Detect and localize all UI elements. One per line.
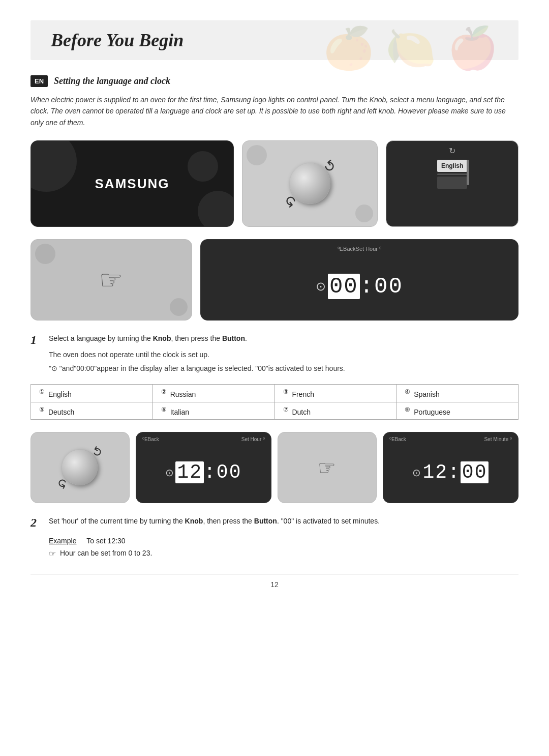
step-1-sub2: "⊙ "and"00:00"appear in the display afte… — [49, 363, 518, 374]
step-2-row: 2 Set 'hour' of the current time by turn… — [30, 515, 518, 529]
section-heading-row: EN Setting the language and clock — [30, 75, 518, 87]
header-decoration: 🍊 🍋 🍎 — [323, 24, 498, 72]
image-row-2: ☞ ⁰EBack Set Hour ⁰ ⊙ 00:00 — [30, 239, 518, 321]
page-number: 12 — [270, 580, 279, 589]
step-1-row: 1 Select a language by turning the Knob,… — [30, 333, 518, 346]
note-row: ☞ Hour can be set from 0 to 23. — [49, 549, 518, 559]
clock3-back: ⁰EBack — [389, 437, 406, 442]
clock2-back: ⁰EBack — [142, 437, 159, 442]
clock-sethour-label-1: Set Hour ⁰ — [356, 246, 381, 252]
touch-hand-icon: ☞ — [99, 265, 123, 295]
step-1-sub1: The oven does not operate until the cloc… — [49, 349, 518, 360]
example-block: Example To set 12:30 — [49, 537, 518, 545]
touch-panel-1: ☞ — [30, 239, 192, 321]
lang-item-2 — [437, 177, 467, 189]
clock-symbol-1: ⊙ — [316, 279, 326, 294]
lang-cell-russian: ② Russian — [152, 384, 274, 402]
clock2-sethour: Set Hour ⁰ — [241, 437, 265, 442]
clock-time-3: 12:00 — [422, 461, 489, 483]
page-container: Before You Begin 🍊 🍋 🍎 EN Setting the la… — [0, 0, 549, 619]
clock-time-1: 00:00 — [328, 274, 403, 299]
example-label: Example — [49, 537, 76, 545]
lang-cell-spanish: ④ Spanish — [396, 384, 518, 402]
clock-back-label-1: ⁰EBack — [338, 246, 356, 252]
clock-hour-highlighted-1: 00 — [328, 274, 360, 299]
step-1-number: 1 — [30, 334, 43, 346]
section-title: Setting the language and clock — [54, 76, 170, 86]
clock-sym-2: ⊙ — [165, 467, 174, 479]
clock-panel-1: ⁰EBack Set Hour ⁰ ⊙ 00:00 — [200, 239, 518, 321]
knob-panel-1: ↺ ↺ — [242, 140, 378, 227]
samsung-logo-panel: SAMSUNG — [30, 140, 234, 227]
step-1-text: Select a language by turning the Knob, t… — [49, 333, 247, 344]
clock-hour-hl-2: 12 — [175, 461, 204, 483]
lang-select-panel: ↻ English — [386, 140, 518, 227]
lang-cell-italian: ⑥ Italian — [152, 402, 274, 420]
knob-circle-2 — [62, 450, 98, 485]
clock-display-1: ⊙ 00:00 — [316, 258, 403, 314]
knob-panel-2: ↺ ↺ — [30, 432, 130, 503]
clock-panel-2: ⁰EBack Set Hour ⁰ ⊙ 12:00 — [136, 432, 271, 503]
step-2-block: 2 Set 'hour' of the current time by turn… — [30, 515, 518, 529]
step-1-block: 1 Select a language by turning the Knob,… — [30, 333, 518, 374]
page-footer: 12 — [30, 574, 518, 589]
clock-colon-2: : — [204, 461, 217, 483]
clock-header-1: ⁰EBack Set Hour ⁰ — [338, 246, 381, 252]
note-icon: ☞ — [49, 549, 56, 559]
lang-cell-dutch: ⑦ Dutch — [274, 402, 396, 420]
touch-hand-icon-2: ☞ — [318, 456, 336, 479]
lang-item-english: English — [437, 160, 467, 172]
lang-table-row-1: ① English ② Russian ③ French ④ Spanish — [31, 384, 518, 402]
example-value: To set 12:30 — [86, 537, 125, 545]
clock-display-3: ⊙ 12:00 — [389, 446, 512, 499]
clock-sym-3: ⊙ — [412, 467, 421, 479]
clock-colon-1: : — [360, 274, 374, 299]
step-2-number: 2 — [30, 516, 43, 529]
image-row-1: SAMSUNG ↺ ↺ ↻ English — [30, 140, 518, 227]
lang-table-row-2: ⑤ Deutsch ⑥ Italian ⑦ Dutch ⑧ Portuguese — [31, 402, 518, 420]
lang-cell-english: ① English — [31, 384, 153, 402]
scrollbar — [467, 160, 469, 185]
clock-header-3: ⁰EBack Set Minute ⁰ — [389, 437, 512, 442]
lang-cell-portuguese: ⑧ Portuguese — [396, 402, 518, 420]
clock-colon-3: : — [448, 461, 461, 483]
image-row-3: ↺ ↺ ⁰EBack Set Hour ⁰ ⊙ 12:00 ☞ — [30, 432, 518, 503]
touch-panel-2: ☞ — [278, 432, 377, 503]
clock-panel-3: ⁰EBack Set Minute ⁰ ⊙ 12:00 — [383, 432, 518, 503]
lang-table: ① English ② Russian ③ French ④ Spanish ⑤… — [30, 384, 518, 420]
clock-header-2: ⁰EBack Set Hour ⁰ — [142, 437, 265, 442]
lang-divider — [437, 173, 467, 175]
clock3-setmin: Set Minute ⁰ — [484, 437, 512, 442]
clock-time-2: 12:00 — [175, 461, 241, 483]
step-2-text: Set 'hour' of the current time by turnin… — [49, 515, 380, 527]
page-title: Before You Begin — [51, 30, 184, 50]
samsung-logo-text: SAMSUNG — [95, 176, 170, 192]
clock-min-2: 00 — [217, 461, 242, 483]
intro-text: When electric power is supplied to an ov… — [30, 94, 518, 128]
page-header: Before You Begin 🍊 🍋 🍎 — [30, 20, 518, 60]
lang-cell-deutsch: ⑤ Deutsch — [31, 402, 153, 420]
clock-min-1: 00 — [374, 274, 403, 299]
lang-cell-french: ③ French — [274, 384, 396, 402]
clock-hour-3: 12 — [422, 461, 448, 483]
note-text: Hour can be set from 0 to 23. — [60, 549, 152, 557]
clock-min-hl-3: 00 — [461, 461, 489, 483]
refresh-icon: ↻ — [449, 146, 455, 156]
lang-badge: EN — [30, 75, 48, 87]
clock-display-2: ⊙ 12:00 — [142, 446, 265, 499]
